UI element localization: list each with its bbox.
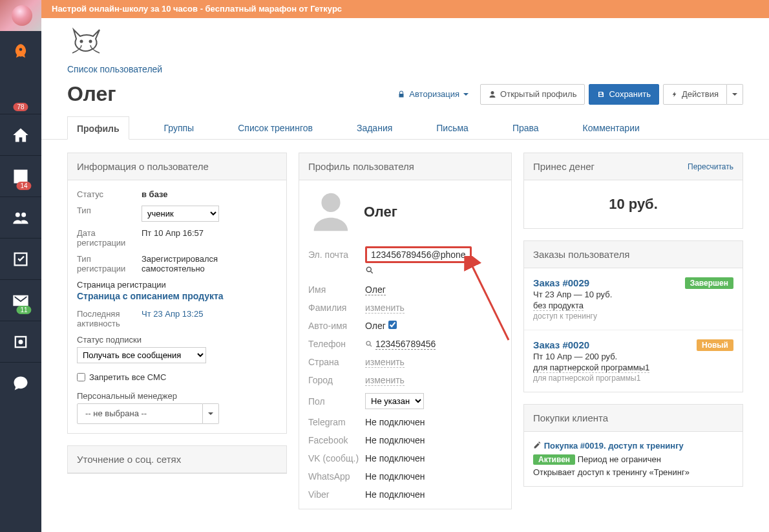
- order-row: Заказ #0020 Пт 10 Апр — 200 руб. для пар…: [524, 330, 743, 392]
- search-icon[interactable]: [365, 340, 373, 348]
- search-icon[interactable]: [365, 266, 374, 275]
- save-button[interactable]: Сохранить: [589, 84, 659, 105]
- money-panel: Принес денегПересчитать 10 руб.: [523, 153, 743, 229]
- logo-icon[interactable]: [67, 26, 106, 56]
- panel-title: Заказы пользователя: [524, 241, 743, 268]
- nav-mail[interactable]: 11: [0, 279, 41, 321]
- caret-icon: [732, 93, 737, 96]
- change-city[interactable]: изменить: [365, 375, 405, 386]
- breadcrumb-link[interactable]: Список пользователей: [67, 64, 162, 74]
- save-icon: [597, 90, 605, 98]
- page-title: Олег: [67, 82, 116, 106]
- svg-point-0: [81, 41, 83, 43]
- nav-rocket[interactable]: [0, 31, 41, 72]
- checkbox-icon: [12, 250, 30, 268]
- status-badge: Завершен: [685, 277, 733, 289]
- avatar[interactable]: [0, 0, 41, 31]
- open-profile-button[interactable]: Открытый профиль: [480, 84, 585, 105]
- caret-icon: [463, 93, 469, 96]
- phone-value[interactable]: 123456789456: [375, 339, 436, 350]
- order-product[interactable]: для партнерской программы1: [533, 363, 649, 373]
- panel-title: Покупки клиента: [524, 405, 743, 432]
- nav-badge-1[interactable]: 78: [0, 72, 41, 114]
- badge-count: 11: [17, 306, 32, 314]
- money-value: 10 руб.: [524, 180, 743, 228]
- panel-title: Информация о пользователе: [68, 153, 286, 180]
- autoname-checkbox[interactable]: [388, 321, 397, 329]
- chat-icon: [12, 374, 30, 392]
- top-banner[interactable]: Настрой онлайн-школу за 10 часов - беспл…: [41, 0, 769, 18]
- purchases-panel: Покупки клиента Покупка #0019. доступ к …: [523, 404, 743, 487]
- email-highlight: 123456789456@phone: [365, 246, 472, 263]
- change-country[interactable]: изменить: [365, 357, 405, 368]
- svg-point-2: [366, 267, 371, 271]
- sex-select[interactable]: Не указан: [365, 393, 424, 409]
- status-badge: Активен: [533, 454, 575, 465]
- auth-dropdown[interactable]: Авторизация: [390, 85, 476, 104]
- edit-icon[interactable]: [533, 441, 542, 449]
- reg-page-link[interactable]: Страница с описанием продукта: [77, 291, 277, 301]
- users-icon: [12, 209, 30, 227]
- profile-panel: Профиль пользователя Олег Эл. почта12345…: [299, 153, 512, 509]
- nav-chart[interactable]: 14: [0, 155, 41, 197]
- tab-groups[interactable]: Группы: [155, 116, 204, 139]
- name-value[interactable]: Олег: [365, 284, 386, 295]
- type-select[interactable]: ученик: [142, 206, 219, 222]
- svg-point-3: [366, 341, 370, 345]
- social-panel: Уточнение о соц. сетях: [67, 445, 287, 474]
- safe-icon: [12, 333, 30, 351]
- profile-name: Олег: [364, 204, 397, 220]
- bolt-icon: [671, 90, 678, 98]
- last-activity-link[interactable]: Чт 23 Апр 13:25: [142, 309, 277, 328]
- status-badge: Новый: [697, 339, 733, 351]
- tabs: Профиль Группы Список тренингов Задания …: [41, 116, 769, 140]
- orders-panel: Заказы пользователя Заказ #0029 Чт 23 Ап…: [523, 240, 743, 392]
- user-info-panel: Информация о пользователе Статусв базе Т…: [67, 153, 287, 434]
- manager-caret[interactable]: [203, 403, 219, 424]
- nav-checkbox[interactable]: [0, 238, 41, 279]
- tab-rights[interactable]: Права: [503, 116, 548, 139]
- order-row: Заказ #0029 Чт 23 Апр — 10 руб. без прод…: [524, 268, 743, 330]
- nav-home[interactable]: [0, 114, 41, 155]
- manager-select[interactable]: -- не выбрана --: [77, 403, 203, 424]
- nav-safe[interactable]: [0, 321, 41, 362]
- purchase-link[interactable]: Покупка #0019. доступ к тренингу: [544, 441, 684, 451]
- tab-profile[interactable]: Профиль: [67, 116, 129, 140]
- panel-title: Профиль пользователя: [299, 153, 511, 180]
- forbid-sms-checkbox[interactable]: Запретить все СМС: [77, 372, 277, 382]
- order-link[interactable]: Заказ #0029: [533, 277, 677, 288]
- order-product[interactable]: без продукта: [533, 301, 584, 311]
- panel-title: Уточнение о соц. сетях: [68, 446, 286, 473]
- tab-tasks[interactable]: Задания: [348, 116, 401, 139]
- tab-trainings[interactable]: Список тренингов: [229, 116, 322, 139]
- breadcrumb: Список пользователей: [41, 61, 769, 80]
- subscription-select[interactable]: Получать все сообщения: [77, 347, 206, 363]
- home-icon: [12, 126, 30, 144]
- nav-chat[interactable]: [0, 362, 41, 403]
- user-icon: [489, 90, 496, 98]
- rocket-icon: [12, 43, 30, 61]
- change-lastname[interactable]: изменить: [365, 303, 405, 314]
- badge-count: 14: [17, 182, 32, 190]
- profile-avatar-icon: [308, 189, 353, 235]
- lock-icon: [397, 90, 405, 98]
- sidebar: 78 14 11: [0, 0, 41, 532]
- tab-mails[interactable]: Письма: [427, 116, 478, 139]
- recalc-link[interactable]: Пересчитать: [688, 162, 733, 171]
- nav-users[interactable]: [0, 197, 41, 238]
- svg-point-1: [90, 41, 92, 43]
- tab-comments[interactable]: Комментарии: [574, 116, 649, 139]
- actions-dropdown[interactable]: Действия: [663, 84, 743, 105]
- order-link[interactable]: Заказ #0020: [533, 339, 689, 350]
- badge-count: 78: [13, 103, 28, 111]
- panel-title: Принес денег: [533, 161, 595, 172]
